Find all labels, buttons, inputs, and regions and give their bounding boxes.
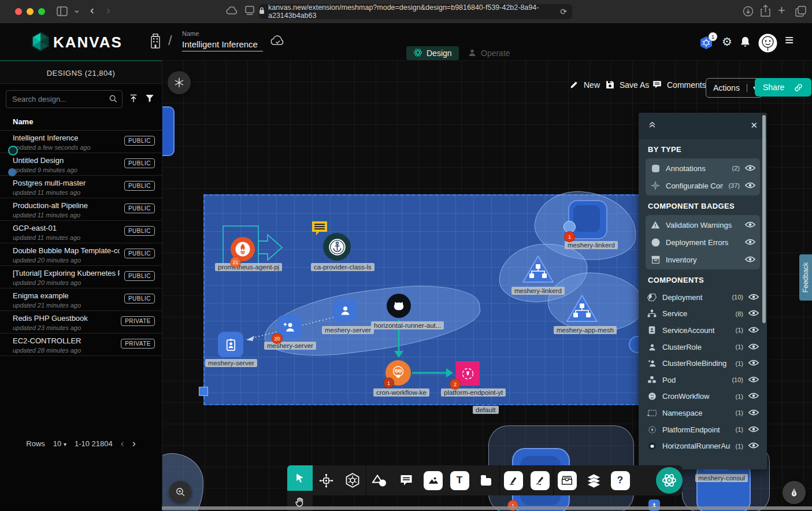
- node-meshery-server-serviceaccount[interactable]: [218, 332, 243, 357]
- tab-design[interactable]: Design: [406, 46, 459, 60]
- downloads-icon[interactable]: [743, 6, 754, 19]
- eye-icon[interactable]: [748, 293, 759, 302]
- icloud-icon[interactable]: [226, 6, 238, 17]
- component-row-platformendpoint[interactable]: PlatformEndpoint (1): [646, 421, 760, 438]
- pen-tool[interactable]: [500, 471, 526, 490]
- component-row-pod[interactable]: Pod (10): [646, 372, 760, 388]
- badge-row-inventory[interactable]: Inventory: [649, 251, 757, 268]
- save-as-button[interactable]: Save As: [605, 80, 649, 90]
- search-input[interactable]: [6, 90, 123, 108]
- design-row[interactable]: Double Bubble Map Template-copy updated …: [0, 243, 162, 266]
- layers-tool[interactable]: [580, 473, 607, 488]
- import-design-icon[interactable]: [128, 93, 139, 106]
- share-button[interactable]: Share: [755, 78, 811, 97]
- prev-page-button[interactable]: ‹: [121, 440, 124, 447]
- design-row[interactable]: GCP-east-01 updated 11 minutes ago PUBLI…: [0, 221, 162, 243]
- component-row-clusterrole[interactable]: ClusterRole (1): [646, 339, 760, 356]
- eye-icon[interactable]: [745, 164, 755, 173]
- badge-row-errors[interactable]: Deployment Errors: [649, 234, 757, 251]
- eye-icon[interactable]: [745, 221, 755, 229]
- notifications-bell-icon[interactable]: [740, 36, 751, 50]
- design-row[interactable]: Redis PHP Guestbook updated 23 minutes a…: [0, 311, 162, 334]
- shape-node-tool[interactable]: [473, 473, 499, 487]
- traffic-zoom-button[interactable]: [38, 8, 45, 15]
- help-tool[interactable]: ?: [607, 471, 633, 490]
- tab-operate[interactable]: Operate: [461, 46, 517, 60]
- share-icon[interactable]: [761, 5, 770, 19]
- eye-icon[interactable]: [748, 392, 759, 401]
- component-row-clusterrolebinding[interactable]: ClusterRoleBinding (1): [646, 355, 760, 372]
- eye-icon[interactable]: [748, 425, 759, 434]
- feedback-tab[interactable]: Feedback: [799, 254, 812, 301]
- node-meshery-server-clusterrole[interactable]: [333, 299, 357, 322]
- components-tool[interactable]: [313, 473, 339, 488]
- eye-icon[interactable]: [748, 343, 759, 351]
- traffic-close-button[interactable]: [15, 8, 22, 15]
- back-button[interactable]: ‹: [90, 3, 94, 17]
- new-tab-button[interactable]: +: [778, 3, 785, 18]
- design-name-input[interactable]: Intelligent Inference: [182, 39, 263, 51]
- organization-icon[interactable]: [149, 34, 162, 51]
- zoom-button[interactable]: [169, 481, 191, 503]
- design-row[interactable]: Untitled Design updated 9 minutes ago PU…: [0, 153, 162, 176]
- hamburger-menu-icon[interactable]: ≡: [785, 31, 794, 49]
- new-button[interactable]: New: [569, 80, 600, 90]
- traffic-minimize-button[interactable]: [27, 8, 34, 15]
- snapshot-snowflake-button[interactable]: [168, 71, 191, 94]
- settings-gear-icon[interactable]: ⚙: [722, 35, 732, 49]
- selection-handle[interactable]: [199, 387, 208, 396]
- filter-icon[interactable]: [144, 93, 155, 106]
- search-design-field[interactable]: [6, 90, 123, 108]
- node-linkerd-service[interactable]: [521, 254, 555, 287]
- comment-tool[interactable]: [393, 473, 420, 487]
- reload-icon[interactable]: ⟳: [560, 7, 567, 16]
- drawer-tool[interactable]: [554, 471, 580, 490]
- design-row[interactable]: Intelligent Inference updated a few seco…: [0, 131, 162, 153]
- image-tool[interactable]: [420, 471, 446, 490]
- layer-row-annotations[interactable]: Annotations (2): [649, 160, 757, 177]
- sidebar-toggle-icon[interactable]: [57, 6, 68, 18]
- chevron-down-icon[interactable]: ⌄: [73, 4, 80, 15]
- design-row[interactable]: EC2-CONTROLLER updated 28 minutes ago PR…: [0, 334, 162, 356]
- eye-icon[interactable]: [748, 409, 759, 417]
- node-github-runner[interactable]: [387, 294, 411, 318]
- design-row[interactable]: [Tutorial] Exploring Kubernetes Pod upda…: [0, 266, 162, 288]
- eye-icon[interactable]: [748, 442, 759, 450]
- eye-icon[interactable]: [748, 326, 759, 335]
- comment-annotation-icon[interactable]: [311, 220, 328, 239]
- eye-icon[interactable]: [748, 309, 759, 318]
- design-row[interactable]: Postgres multi-master updated 11 minutes…: [0, 176, 162, 198]
- meshery-extension-button[interactable]: [656, 467, 683, 494]
- design-row[interactable]: Enigma example updated 21 minutes ago PU…: [0, 288, 162, 311]
- close-panel-icon[interactable]: ✕: [750, 120, 758, 131]
- kanvas-logo-icon[interactable]: [31, 31, 50, 54]
- layer-row-configurable[interactable]: Configurable Components (37): [649, 177, 757, 194]
- component-row-service[interactable]: Service (8): [646, 306, 760, 323]
- column-header-name[interactable]: Name: [0, 112, 162, 131]
- select-tool[interactable]: [287, 465, 313, 491]
- component-row-deployment[interactable]: Deployment (10): [646, 289, 760, 306]
- tab-overview-icon[interactable]: [245, 6, 254, 17]
- node-app-mesh-service[interactable]: [565, 294, 599, 326]
- shapes-tool[interactable]: [366, 473, 393, 488]
- canvas-horizontal-scrollbar[interactable]: [162, 506, 812, 510]
- badge-row-validation[interactable]: Validation Warnings: [649, 216, 757, 234]
- component-row-serviceaccount[interactable]: ServiceAccount (1): [646, 322, 760, 339]
- component-row-namespace[interactable]: Namespace (1): [646, 405, 760, 421]
- user-avatar[interactable]: [758, 34, 777, 55]
- tabs-icon[interactable]: [795, 6, 806, 19]
- component-row-cronworkflow[interactable]: CronWorkflow (1): [646, 388, 760, 405]
- kubernetes-tool[interactable]: [339, 472, 366, 488]
- next-page-button[interactable]: ›: [132, 440, 136, 447]
- app-logo-text[interactable]: KANVAS: [53, 34, 123, 51]
- offscreen-node[interactable]: [162, 106, 175, 156]
- eye-icon[interactable]: [745, 238, 755, 247]
- eye-icon[interactable]: [745, 255, 755, 264]
- pencil-tool[interactable]: [526, 471, 553, 490]
- eye-icon[interactable]: [745, 182, 755, 190]
- forward-button[interactable]: ›: [106, 3, 110, 17]
- panel-scrollbar[interactable]: [762, 115, 766, 323]
- eye-icon[interactable]: [748, 376, 759, 384]
- eye-icon[interactable]: [748, 359, 759, 368]
- comments-button[interactable]: Comments: [652, 80, 706, 90]
